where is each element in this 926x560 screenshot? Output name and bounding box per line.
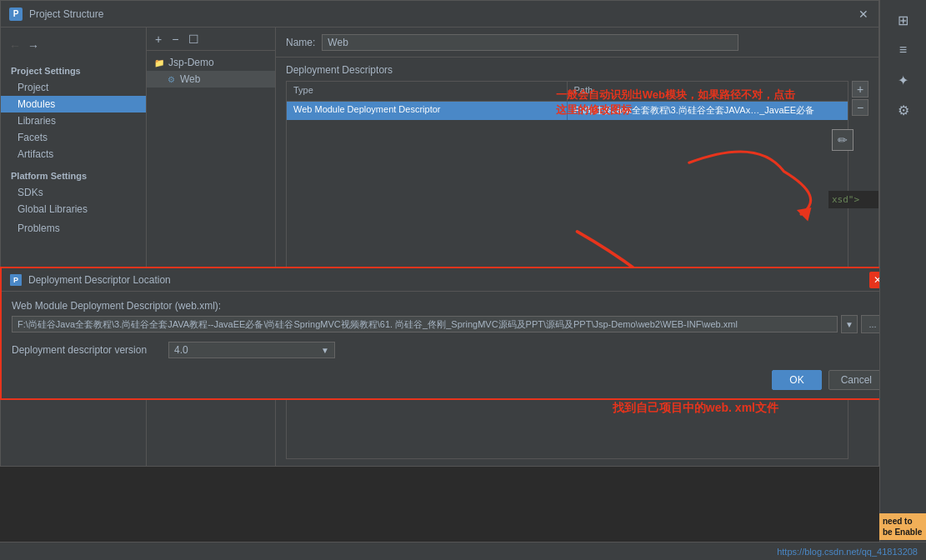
dialog-body: ← → Project Settings Project Modules Lib…	[1, 28, 878, 466]
dd-file-row: ▼ ...	[12, 315, 884, 333]
dd-cell-type: Web Module Deployment Descriptor	[287, 102, 568, 120]
col-type-header: Type	[287, 82, 568, 101]
nav-arrows: ← →	[1, 34, 146, 58]
dd-version-value: 4.0	[174, 344, 188, 356]
dd-location-icon: P	[10, 274, 22, 286]
dd-dropdown-button[interactable]: ▼	[841, 315, 858, 333]
platform-settings-label: Platform Settings	[1, 162, 146, 184]
sidebar-item-project[interactable]: Project	[1, 79, 146, 96]
cancel-button[interactable]: Cancel	[828, 370, 884, 390]
need-to-be-badge: need to be Enable	[879, 513, 926, 540]
sidebar-item-sdks[interactable]: SDKs	[1, 184, 146, 201]
dd-location-titlebar: P Deployment Descriptor Location ✕	[2, 268, 894, 292]
status-right: https://blog.csdn.net/qq_41813208	[777, 547, 918, 557]
dialog-title: Project Structure	[29, 8, 850, 20]
name-field-label: Name:	[286, 37, 315, 48]
dd-section-title: Deployment Descriptors	[286, 64, 868, 76]
tree-toolbar: + − ☐	[147, 28, 275, 51]
sidebar-item-problems[interactable]: Problems	[1, 218, 146, 237]
tree-item-jsp-demo[interactable]: 📁 Jsp-Demo	[147, 54, 275, 71]
ide-right-btn-1[interactable]: ⊞	[890, 7, 917, 33]
remove-module-button[interactable]: −	[168, 31, 182, 48]
dd-version-arrow: ▼	[321, 346, 329, 355]
status-url[interactable]: https://blog.csdn.net/qq_41813208	[777, 547, 918, 557]
content-panel: Name: Deployment Descriptors Type Path W…	[276, 28, 878, 466]
content-header: Name:	[276, 28, 878, 58]
sidebar-item-libraries[interactable]: Libraries	[1, 112, 146, 129]
ok-button[interactable]: OK	[772, 370, 821, 390]
dd-version-select[interactable]: 4.0 ▼	[168, 342, 335, 358]
tree-content: 📁 Jsp-Demo ⚙ Web	[147, 51, 275, 466]
dialog-icon: P	[9, 8, 23, 21]
sidebar: ← → Project Settings Project Modules Lib…	[1, 28, 147, 466]
edit-dd-container: ✏	[832, 129, 853, 151]
ide-right-panel: ⊞ ≡ ✦ ⚙	[879, 0, 926, 560]
tree-item-web-label: Web	[180, 73, 200, 85]
table-side-buttons: + −	[852, 81, 868, 116]
dd-action-row: OK Cancel	[12, 370, 884, 390]
sidebar-item-artifacts[interactable]: Artifacts	[1, 146, 146, 162]
tree-item-jsp-demo-label: Jsp-Demo	[168, 57, 214, 68]
dd-table-header: Type Path	[287, 82, 848, 102]
tree-panel: + − ☐ 📁 Jsp-Demo ⚙ Web	[147, 28, 276, 466]
copy-module-button[interactable]: ☐	[185, 31, 203, 48]
dd-location-dialog: P Deployment Descriptor Location ✕ Web M…	[0, 267, 896, 400]
add-dd-button[interactable]: +	[852, 81, 868, 98]
dialog-titlebar: P Project Structure ✕	[1, 1, 878, 28]
xsd-text: xsd">	[828, 191, 878, 208]
dd-file-path-input[interactable]	[12, 316, 838, 332]
col-path-header: Path	[568, 82, 848, 101]
remove-dd-button[interactable]: −	[852, 99, 868, 116]
dd-version-label: Deployment descriptor version	[12, 344, 162, 356]
ide-right-btn-2[interactable]: ≡	[890, 37, 917, 63]
sidebar-item-facets[interactable]: Facets	[1, 129, 146, 146]
project-settings-label: Project Settings	[1, 61, 146, 79]
name-input[interactable]	[322, 34, 738, 51]
close-button[interactable]: ✕	[857, 8, 870, 21]
dd-version-row: Deployment descriptor version 4.0 ▼	[12, 342, 884, 358]
edit-dd-button[interactable]: ✏	[832, 129, 853, 151]
sidebar-item-global-libraries[interactable]: Global Libraries	[1, 201, 146, 218]
add-module-button[interactable]: +	[152, 31, 165, 48]
ide-right-btn-3[interactable]: ✦	[890, 67, 917, 93]
forward-arrow[interactable]: →	[26, 38, 41, 54]
folder-icon: 📁	[153, 57, 165, 68]
status-bar: https://blog.csdn.net/qq_41813208	[0, 542, 926, 560]
tree-item-web[interactable]: ⚙ Web	[147, 71, 275, 88]
sidebar-item-modules[interactable]: Modules	[1, 96, 146, 112]
ide-right-btn-4[interactable]: ⚙	[890, 97, 917, 123]
dd-table-row[interactable]: Web Module Deployment Descriptor F:\尚硅谷J…	[287, 102, 848, 120]
dd-field-label: Web Module Deployment Descriptor (web.xm…	[12, 300, 884, 312]
dd-cell-path: F:\尚硅谷Java全套教程\3.尚硅谷全套JAVAx…_JavaEE必备	[568, 102, 848, 120]
dd-section: Deployment Descriptors Type Path Web Mod…	[276, 58, 878, 466]
dd-location-title: Deployment Descriptor Location	[28, 274, 863, 286]
dd-location-body: Web Module Deployment Descriptor (web.xm…	[2, 292, 894, 398]
module-icon: ⚙	[165, 73, 177, 85]
back-arrow[interactable]: ←	[8, 38, 23, 54]
